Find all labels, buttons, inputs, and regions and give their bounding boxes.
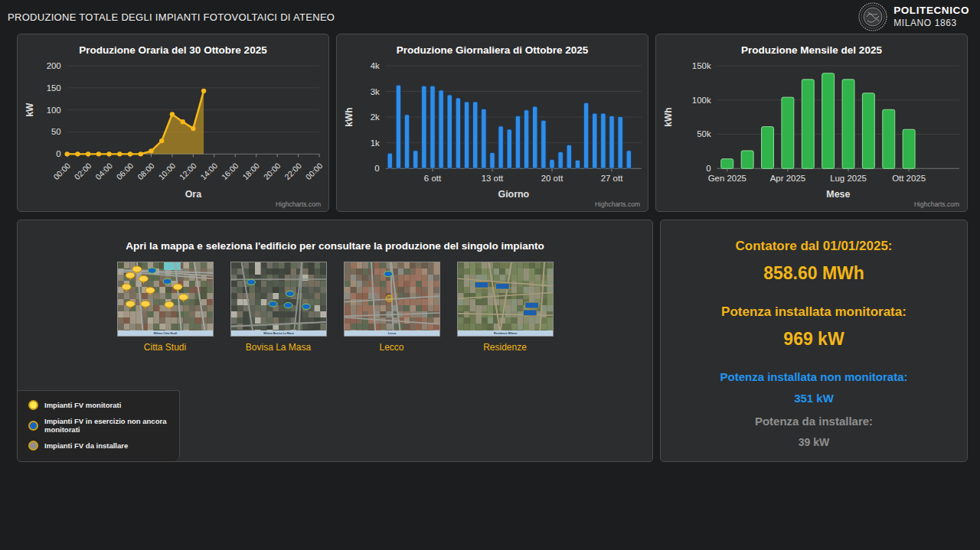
bar[interactable] — [883, 109, 895, 168]
map-caption: Citta Studi — [118, 342, 213, 353]
bar[interactable] — [903, 129, 915, 168]
bar[interactable] — [593, 113, 597, 168]
plant-marker-monitored[interactable] — [173, 284, 182, 290]
plant-marker-not-monitored[interactable] — [162, 278, 171, 284]
plant-marker-not-monitored[interactable] — [302, 304, 310, 309]
plant-marker-label[interactable] — [475, 282, 488, 288]
plant-marker-not-monitored[interactable] — [247, 279, 255, 285]
satellite-map-lecco[interactable]: Lecco — [345, 262, 439, 336]
plant-marker-not-monitored[interactable] — [269, 301, 277, 307]
bar[interactable] — [618, 116, 622, 168]
data-point[interactable] — [180, 119, 185, 124]
data-point[interactable] — [96, 151, 101, 156]
data-point[interactable] — [64, 151, 69, 156]
satellite-map-residenze[interactable]: Residenze Milano — [458, 262, 553, 336]
bar[interactable] — [413, 151, 417, 169]
plant-marker-label[interactable] — [523, 310, 537, 316]
bar[interactable] — [601, 113, 606, 168]
plant-marker-not-monitored[interactable] — [286, 291, 294, 296]
bar[interactable] — [430, 86, 435, 168]
bar[interactable] — [550, 160, 554, 169]
data-point[interactable] — [170, 112, 175, 116]
legend-label: Impianti FV da installare — [44, 441, 128, 450]
data-point[interactable] — [106, 151, 111, 156]
bar[interactable] — [741, 151, 753, 168]
plant-marker-monitored[interactable] — [140, 301, 149, 307]
bar[interactable] — [862, 93, 874, 169]
monthly-production-bar-chart[interactable]: 050k100k150kGen 2025Apr 2025Lug 2025Ott … — [656, 57, 967, 210]
bar[interactable] — [482, 109, 486, 168]
plant-marker-monitored[interactable] — [178, 294, 188, 300]
bar[interactable] — [472, 102, 477, 168]
bar[interactable] — [464, 102, 469, 168]
bar[interactable] — [396, 85, 400, 168]
bar[interactable] — [721, 159, 733, 169]
data-point[interactable] — [159, 138, 164, 143]
plant-marker-monitored[interactable] — [164, 301, 173, 308]
bar[interactable] — [822, 73, 835, 168]
bar[interactable] — [498, 126, 503, 168]
highcharts-credit-link[interactable]: Highcharts.com — [914, 200, 959, 208]
data-point[interactable] — [201, 89, 206, 93]
monthly-chart-title: Produzione Mensile del 2025 — [656, 44, 967, 56]
bar[interactable] — [387, 153, 392, 168]
map-thumbnail-bovisa-la-masa[interactable]: Milano Bovisa La MasaBovisa La Masa — [231, 262, 326, 353]
bar[interactable] — [583, 103, 588, 168]
highcharts-credit-link[interactable]: Highcharts.com — [595, 200, 640, 208]
bar[interactable] — [575, 160, 580, 168]
bar[interactable] — [515, 116, 520, 168]
bar[interactable] — [456, 98, 460, 168]
plant-marker-monitored[interactable] — [126, 301, 135, 307]
bar[interactable] — [782, 97, 794, 168]
plant-marker-to-install[interactable] — [386, 295, 392, 301]
plant-marker-monitored[interactable] — [139, 275, 148, 282]
data-point[interactable] — [117, 151, 122, 156]
plant-marker-monitored[interactable] — [126, 272, 135, 278]
daily-production-bar-chart[interactable]: 01k2k3k4k6 ott13 ott20 ott27 ottkWhGiorn… — [337, 57, 648, 210]
bar[interactable] — [762, 127, 774, 169]
legend-dot-icon — [28, 441, 38, 451]
bar[interactable] — [802, 80, 814, 168]
bar[interactable] — [524, 110, 528, 169]
svg-text:Mese: Mese — [826, 189, 850, 200]
data-point[interactable] — [75, 151, 80, 156]
bar[interactable] — [626, 151, 631, 169]
map-thumbnail-lecco[interactable]: LeccoLecco — [345, 262, 439, 353]
plant-marker-monitored[interactable] — [145, 287, 155, 293]
plant-marker-monitored[interactable] — [122, 284, 131, 290]
svg-text:00:00: 00:00 — [304, 161, 324, 181]
politecnico-logo[interactable]: POLITECNICO MILANO 1863 — [858, 2, 969, 32]
bar[interactable] — [490, 152, 495, 168]
bar[interactable] — [422, 86, 426, 168]
data-point[interactable] — [86, 151, 90, 156]
plant-marker-monitored[interactable] — [132, 266, 141, 272]
bar[interactable] — [567, 145, 571, 168]
bar[interactable] — [541, 120, 546, 168]
plant-marker-not-monitored[interactable] — [148, 268, 156, 273]
counter-value: 969 kW — [783, 329, 844, 350]
data-point[interactable] — [149, 148, 153, 153]
bar[interactable] — [404, 115, 409, 169]
bar[interactable] — [439, 90, 443, 168]
data-point[interactable] — [128, 151, 132, 156]
bar[interactable] — [507, 129, 511, 168]
data-point[interactable] — [191, 126, 195, 131]
plant-marker-not-monitored[interactable] — [384, 272, 392, 277]
satellite-map-bovisa-la-masa[interactable]: Milano Bovisa La Masa — [231, 262, 326, 336]
highcharts-credit-link[interactable]: Highcharts.com — [276, 200, 321, 208]
bar[interactable] — [609, 116, 614, 168]
plant-marker-label[interactable] — [524, 302, 538, 308]
plant-marker-not-monitored[interactable] — [283, 302, 292, 308]
map-thumbnail-citta-studi[interactable]: Milano Citta StudiCitta Studi — [118, 262, 213, 353]
plant-marker-label[interactable] — [495, 283, 509, 289]
bar[interactable] — [842, 80, 854, 168]
satellite-map-citta-studi[interactable]: Milano Citta Studi — [118, 262, 213, 336]
bar[interactable] — [532, 106, 537, 168]
bar[interactable] — [447, 95, 452, 168]
hourly-production-panel: Produzione Oraria del 30 Ottobre 2025 05… — [17, 34, 329, 212]
hourly-production-area-chart[interactable]: 05010015020000:0002:0004:0006:0008:0010:… — [18, 57, 328, 210]
svg-text:50k: 50k — [697, 129, 711, 138]
bar[interactable] — [558, 151, 563, 168]
data-point[interactable] — [139, 151, 143, 156]
map-thumbnail-residenze[interactable]: Residenze MilanoResidenze — [458, 262, 553, 353]
